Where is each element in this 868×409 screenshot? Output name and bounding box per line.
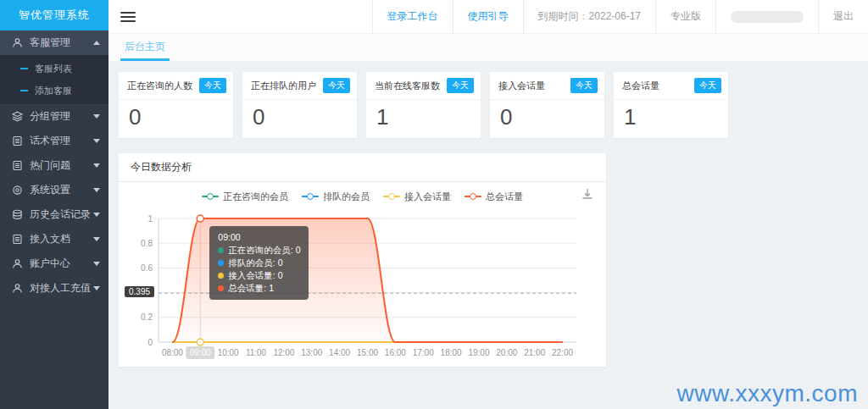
- sidebar-item-access-docs[interactable]: 接入文档: [0, 227, 108, 251]
- sidebar-item-add-agent[interactable]: 添加客服: [0, 80, 108, 102]
- line-chart[interactable]: 00.20.40.60.8108:0009:0010:0011:0012:001…: [125, 207, 599, 368]
- legend-marker-icon: [465, 192, 481, 201]
- card-value: 0: [119, 100, 233, 138]
- sidebar-item-system-settings[interactable]: 系统设置: [0, 178, 108, 202]
- card-value: 1: [614, 100, 728, 138]
- sidebar-item-label: 话术管理: [30, 134, 93, 148]
- sidebar-submenu: 客服列表 添加客服: [0, 55, 108, 104]
- chevron-down-icon: [93, 163, 100, 168]
- svg-text:0: 0: [147, 338, 153, 347]
- top-header: 登录工作台 使用引导 到期时间：2022-06-17 专业版 退出: [108, 0, 868, 34]
- svg-text:08:00: 08:00: [162, 348, 183, 357]
- chevron-down-icon: [93, 139, 100, 143]
- sidebar-nav: 客服管理 客服列表 添加客服 分组管理 话术管理: [0, 30, 108, 301]
- database-icon: [12, 209, 23, 220]
- svg-text:22:00: 22:00: [552, 348, 573, 357]
- user-icon: [12, 283, 23, 294]
- user-icon: [12, 258, 23, 269]
- sidebar-item-label: 对接人工充值: [30, 281, 93, 296]
- sidebar-item-label: 分组管理: [30, 109, 93, 124]
- svg-text:10:00: 10:00: [218, 348, 239, 357]
- document-icon: [12, 160, 23, 171]
- header-actions: 登录工作台 使用引导 到期时间：2022-06-17 专业版 退出: [372, 0, 868, 33]
- svg-text:16:00: 16:00: [385, 348, 406, 357]
- layers-icon: [12, 111, 23, 122]
- chevron-down-icon: [93, 262, 100, 266]
- svg-text:09:00: 09:00: [190, 348, 211, 357]
- svg-text:15:00: 15:00: [357, 348, 378, 357]
- legend-marker-icon: [383, 192, 400, 201]
- stat-card-queuing: 正在排队的用户 今天 0: [242, 72, 357, 138]
- legend-label: 接入会话量: [404, 191, 451, 203]
- today-badge: 今天: [570, 78, 598, 93]
- user-account-area[interactable]: [715, 0, 818, 33]
- legend-item-total[interactable]: 总会话量: [465, 191, 523, 203]
- expiry-date-text: 到期时间：2022-06-17: [523, 0, 655, 33]
- sidebar-item-script-management[interactable]: 话术管理: [0, 129, 108, 153]
- stat-card-accepted-sessions: 接入会话量 今天 0: [490, 72, 604, 138]
- sidebar-item-agent-list[interactable]: 客服列表: [0, 58, 108, 80]
- sidebar-item-manual-recharge[interactable]: 对接人工充值: [0, 276, 108, 301]
- tab-bar: 后台主页: [108, 34, 868, 61]
- app-logo: 智优管理系统: [0, 0, 108, 30]
- legend-item-consulting[interactable]: 正在咨询的会员: [202, 191, 288, 203]
- svg-text:14:00: 14:00: [329, 348, 350, 357]
- site-watermark: www.xxxym.com: [677, 380, 858, 407]
- download-chart-icon[interactable]: [581, 187, 594, 201]
- card-label: 正在咨询的人数: [127, 80, 192, 92]
- submenu-item-label: 添加客服: [35, 85, 72, 97]
- submenu-item-label: 客服列表: [35, 63, 72, 75]
- login-workbench-link[interactable]: 登录工作台: [372, 0, 453, 33]
- today-analysis-panel: 今日数据分析 正在咨询的会员 排队的会员 接入会话量 总会话量 00.: [119, 153, 606, 367]
- svg-text:11:00: 11:00: [246, 348, 267, 357]
- hamburger-menu-icon[interactable]: [120, 9, 136, 25]
- sidebar-item-hot-questions[interactable]: 热门问题: [0, 153, 108, 178]
- dash-icon: [20, 68, 28, 69]
- chevron-down-icon: [93, 286, 100, 290]
- user-name-redacted: [731, 11, 804, 23]
- legend-label: 排队的会员: [323, 191, 370, 203]
- sidebar-item-label: 历史会话记录: [30, 207, 93, 222]
- sidebar-item-group-management[interactable]: 分组管理: [0, 104, 108, 129]
- sidebar-item-history-records[interactable]: 历史会话记录: [0, 202, 108, 227]
- svg-text:21:00: 21:00: [524, 348, 545, 357]
- legend-label: 总会话量: [486, 191, 523, 203]
- card-value: 0: [490, 100, 604, 138]
- svg-text:18:00: 18:00: [441, 348, 462, 357]
- document-icon: [12, 135, 23, 146]
- svg-text:0.6: 0.6: [141, 263, 153, 273]
- card-label: 总会话量: [622, 80, 659, 92]
- card-value: 1: [366, 100, 481, 138]
- panel-title: 今日数据分析: [119, 153, 606, 182]
- chevron-down-icon: [93, 237, 100, 241]
- sidebar-item-label: 系统设置: [30, 183, 93, 197]
- sidebar-item-label: 账户中心: [30, 257, 93, 271]
- main-content: 正在咨询的人数 今天 0 正在排队的用户 今天 0 当前在线客服数 今天 1 接…: [108, 61, 868, 409]
- svg-text:0.8: 0.8: [141, 239, 153, 248]
- sidebar-item-account-center[interactable]: 账户中心: [0, 251, 108, 276]
- logout-button[interactable]: 退出: [818, 0, 868, 33]
- today-badge: 今天: [447, 78, 474, 93]
- legend-item-queuing[interactable]: 排队的会员: [302, 191, 370, 203]
- user-icon: [12, 37, 23, 48]
- chevron-down-icon: [93, 114, 100, 119]
- chevron-down-icon: [93, 188, 100, 192]
- svg-text:19:00: 19:00: [468, 348, 489, 357]
- svg-text:20:00: 20:00: [496, 348, 517, 357]
- svg-text:1: 1: [147, 214, 153, 224]
- card-label: 接入会话量: [498, 80, 545, 92]
- document-icon: [12, 234, 23, 245]
- legend-label: 正在咨询的会员: [223, 191, 288, 203]
- svg-text:12:00: 12:00: [273, 348, 294, 357]
- legend-item-accepted[interactable]: 接入会话量: [383, 191, 451, 203]
- svg-text:0.2: 0.2: [141, 312, 153, 322]
- usage-guide-link[interactable]: 使用引导: [453, 0, 523, 33]
- today-badge: 今天: [323, 78, 350, 93]
- stat-card-total-sessions: 总会话量 今天 1: [614, 72, 728, 138]
- tab-home[interactable]: 后台主页: [120, 34, 170, 61]
- sidebar-item-customer-service[interactable]: 客服管理: [0, 30, 108, 55]
- today-badge: 今天: [199, 78, 226, 93]
- sidebar-item-label: 热门问题: [30, 158, 93, 173]
- gear-icon: [12, 185, 23, 196]
- chevron-up-icon: [93, 41, 100, 45]
